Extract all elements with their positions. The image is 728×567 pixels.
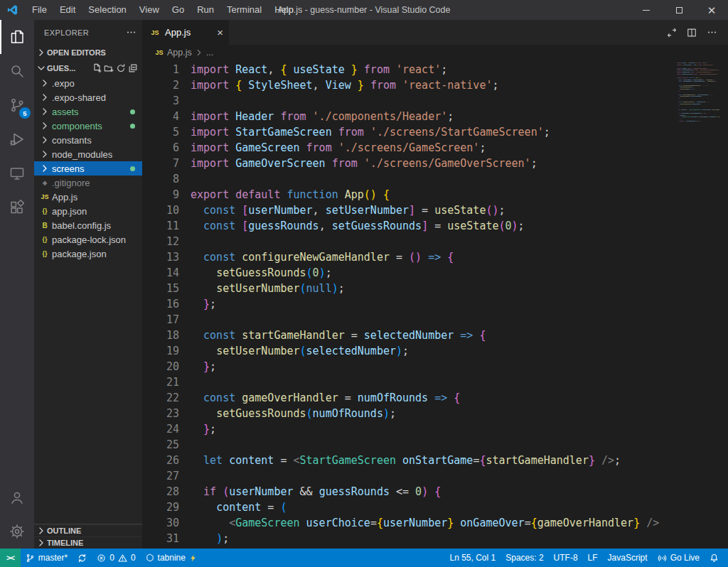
status-notifications[interactable]: [705, 549, 724, 567]
code-line-19[interactable]: 19 setUserNumber(selectedNumber);: [142, 343, 728, 359]
code-line-10[interactable]: 10 const [userNumber, setUserNumber] = u…: [142, 202, 728, 218]
status-remote-indicator[interactable]: ><: [0, 549, 21, 567]
tree-item-label: app.json: [52, 206, 87, 217]
tree-item-assets[interactable]: assets: [34, 104, 142, 119]
code-line-7[interactable]: 7import GameOverScreen from './screens/G…: [142, 156, 728, 171]
breadcrumb-item[interactable]: ...: [206, 48, 213, 58]
menu-item-go[interactable]: Go: [166, 0, 191, 20]
code-line-27[interactable]: 27: [142, 468, 728, 484]
tree-item-package-json[interactable]: {}package.json: [34, 247, 142, 261]
code-line-2[interactable]: 2import { StyleSheet, View } from 'react…: [142, 77, 728, 93]
code-line-15[interactable]: 15 setUserNumber(null);: [142, 281, 728, 296]
outline-section[interactable]: OUTLINE: [34, 524, 142, 536]
tree-item-expo[interactable]: .expo: [34, 76, 142, 90]
tree-item-babel-config-js[interactable]: Bbabel.config.js: [34, 218, 142, 232]
code-line-24[interactable]: 24 };: [142, 421, 728, 437]
maximize-button[interactable]: [663, 0, 695, 20]
status-sync-changes[interactable]: [73, 549, 92, 567]
code-line-14[interactable]: 14 setGuessRounds(0);: [142, 265, 728, 281]
more-actions-button[interactable]: [702, 23, 721, 42]
status-indentation[interactable]: Spaces: 2: [500, 549, 548, 567]
code-line-20[interactable]: 20 };: [142, 359, 728, 374]
code-line-28[interactable]: 28 if (userNumber && guessRounds <= 0) {: [142, 484, 728, 500]
code-line-22[interactable]: 22 const gameOverHandler = numOfRounds =…: [142, 390, 728, 406]
collapse-folders-icon[interactable]: [128, 63, 138, 73]
menu-item-view[interactable]: View: [133, 0, 166, 20]
activity-item-remote-explorer[interactable]: [0, 156, 34, 190]
activity-item-accounts[interactable]: [0, 480, 34, 514]
split-editor-button[interactable]: [682, 23, 701, 42]
status-language-mode[interactable]: JavaScript: [603, 549, 653, 567]
hex-icon: [146, 554, 154, 562]
tree-item-node-modules[interactable]: node_modules: [34, 147, 142, 161]
code-line-32[interactable]: 32 } else if (guessRounds > 0) {: [142, 546, 728, 549]
status-encoding[interactable]: UTF-8: [549, 549, 583, 567]
menu-item-edit[interactable]: Edit: [53, 0, 82, 20]
status-problems[interactable]: 00: [92, 549, 140, 567]
tree-item-gitignore[interactable]: ◆.gitignore: [34, 176, 142, 190]
tree-item-expo-shared[interactable]: .expo-shared: [34, 90, 142, 104]
line-number: 10: [142, 202, 179, 218]
code-line-26[interactable]: 26 let content = <StartGameScreen onStar…: [142, 453, 728, 468]
tree-item-constants[interactable]: constants: [34, 133, 142, 147]
code-line-3[interactable]: 3: [142, 93, 728, 109]
close-tab-icon[interactable]: ×: [217, 26, 223, 38]
breadcrumb-item[interactable]: App.js: [167, 48, 192, 58]
code-line-21[interactable]: 21: [142, 374, 728, 390]
code-line-8[interactable]: 8: [142, 171, 728, 187]
code-line-1[interactable]: 1import React, { useState } from 'react'…: [142, 62, 728, 77]
minimap[interactable]: import React, { useState } from 'react';…: [677, 62, 719, 130]
code-line-4[interactable]: 4import Header from './components/Header…: [142, 109, 728, 124]
refresh-explorer-icon[interactable]: [116, 63, 126, 73]
tree-item-app-json[interactable]: {}app.json: [34, 204, 142, 218]
menu-item-selection[interactable]: Selection: [82, 0, 132, 20]
code-line-5[interactable]: 5import StartGameScreen from './screens/…: [142, 124, 728, 140]
activity-item-run-and-debug[interactable]: [0, 122, 34, 156]
code-line-31[interactable]: 31 );: [142, 531, 728, 546]
tree-item-app-js[interactable]: JSApp.js: [34, 190, 142, 204]
status-end-of-line[interactable]: LF: [583, 549, 603, 567]
code-line-17[interactable]: 17: [142, 312, 728, 328]
status-cursor-position[interactable]: Ln 55, Col 1: [445, 549, 501, 567]
line-number: 31: [142, 531, 179, 546]
explorer-more-actions-icon[interactable]: [126, 27, 136, 38]
timeline-section[interactable]: TIMELINE: [34, 536, 142, 549]
new-folder-icon[interactable]: [104, 63, 114, 73]
sidebar-title: EXPLORER: [44, 28, 89, 37]
status-go-live[interactable]: Go Live: [653, 549, 705, 567]
activity-item-extensions[interactable]: [0, 190, 34, 225]
activity-item-explorer[interactable]: [0, 20, 34, 54]
status-tabnine[interactable]: tabnine: [141, 549, 202, 567]
line-number: 1: [142, 62, 179, 77]
code-line-18[interactable]: 18 const startGameHandler = selectedNumb…: [142, 328, 728, 343]
close-button[interactable]: ✕: [695, 0, 728, 20]
activity-item-manage[interactable]: [0, 514, 34, 549]
minimize-button[interactable]: [630, 0, 663, 20]
activity-item-source-control[interactable]: 5: [0, 88, 34, 122]
tab-appjs[interactable]: JS App.js ×: [142, 20, 229, 45]
code-line-12[interactable]: 12: [142, 234, 728, 249]
tree-item-components[interactable]: components: [34, 119, 142, 133]
tree-item-screens[interactable]: screens: [34, 161, 142, 176]
folder-section[interactable]: GUES...: [34, 60, 142, 76]
code-line-23[interactable]: 23 setGuessRounds(numOfRounds);: [142, 406, 728, 421]
open-changes-button[interactable]: [663, 23, 681, 42]
menu-item-run[interactable]: Run: [191, 0, 220, 20]
tree-item-package-lock-json[interactable]: {}package-lock.json: [34, 232, 142, 247]
status-git-branch[interactable]: master*: [21, 549, 73, 567]
code-line-16[interactable]: 16 };: [142, 296, 728, 312]
activity-item-search[interactable]: [0, 54, 34, 88]
new-file-icon[interactable]: [92, 63, 102, 73]
open-editors-section[interactable]: OPEN EDITORS: [34, 45, 142, 60]
code-line-29[interactable]: 29 content = (: [142, 500, 728, 515]
code-line-25[interactable]: 25: [142, 437, 728, 453]
breadcrumb-separator-icon: [194, 48, 204, 58]
code-editor[interactable]: 1import React, { useState } from 'react'…: [142, 60, 728, 549]
menu-item-terminal[interactable]: Terminal: [220, 0, 268, 20]
code-line-30[interactable]: 30 <GameScreen userChoice={userNumber} o…: [142, 515, 728, 531]
menu-item-file[interactable]: File: [26, 0, 53, 20]
code-line-13[interactable]: 13 const configureNewGameHandler = () =>…: [142, 249, 728, 265]
code-line-9[interactable]: 9export default function App() {: [142, 187, 728, 202]
code-line-6[interactable]: 6import GameScreen from './screens/GameS…: [142, 140, 728, 156]
code-line-11[interactable]: 11 const [guessRounds, setGuessRounds] =…: [142, 218, 728, 234]
